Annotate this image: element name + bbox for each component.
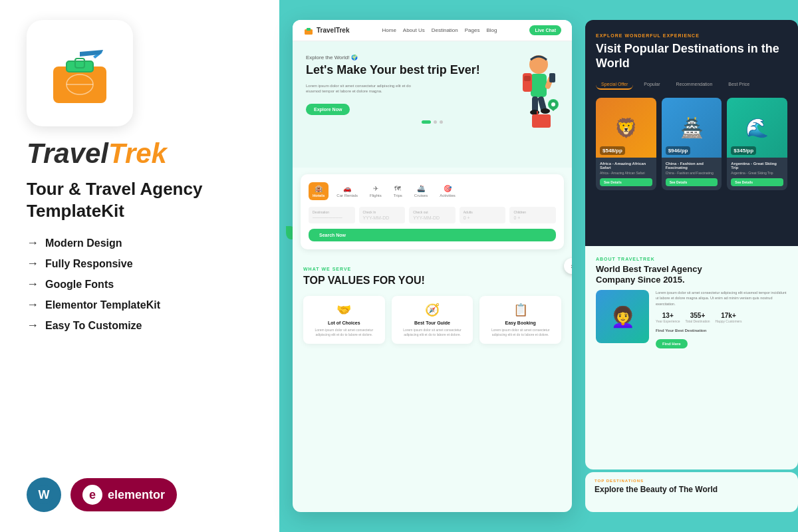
svg-rect-8	[307, 28, 311, 31]
value-title-2: Best Tour Guide	[397, 321, 468, 325]
dest-tab-popular[interactable]: Popular	[638, 80, 665, 90]
nav-pages[interactable]: Pages	[465, 27, 480, 33]
arrow-icon-4: →	[27, 298, 39, 312]
feature-item-2: → Fully Responsive	[27, 257, 253, 271]
about-find-button[interactable]: Find Here	[656, 339, 688, 348]
dest-card-name-1: Africa - Amazing African Safari	[600, 162, 652, 170]
dest-card-img-2: 🏯 $946/pp	[662, 98, 722, 158]
tab-flights[interactable]: ✈ Flights	[366, 182, 386, 200]
tab-trips[interactable]: 🗺 Trips	[390, 182, 406, 200]
site-hero: Explore the World! 🌍 Let's Make Your bes…	[293, 41, 572, 168]
about-subtitle: ABOUT TRAVELTREK	[596, 257, 787, 261]
dest-tab-recommendation[interactable]: Recommendation	[670, 80, 718, 90]
search-button[interactable]: Search Now	[309, 229, 556, 241]
site-navbar: TravelTrek Home About Us Destination Pag…	[293, 20, 572, 41]
value-title-3: Easy Booking	[485, 321, 556, 325]
nav-destination[interactable]: Destination	[432, 27, 458, 33]
nav-cta-button[interactable]: Live Chat	[529, 25, 561, 35]
svg-rect-1	[66, 61, 93, 72]
explore-subtitle: TOP DESTINATIONS	[595, 479, 789, 483]
value-card-1: 🤝 Lot of Choices Lorem ipsum dolor sit a…	[303, 296, 385, 344]
values-section: WHAT WE SERVE TOP VALUES FOR YOU! 🤝 Lot …	[293, 256, 572, 354]
field-checkout[interactable]: Check out YYY-MM-DD	[409, 207, 456, 223]
svg-rect-18	[549, 73, 555, 82]
about-find-dest: Find Your Best Destination	[656, 329, 787, 332]
svg-text:W: W	[39, 488, 50, 501]
field-children[interactable]: Children 0 +	[509, 207, 556, 223]
dest-card-2: 🏯 $946/pp China - Fashion and Fascinatin…	[662, 98, 722, 190]
dest-price-3: $345/pp	[731, 146, 756, 155]
destinations-dark-section: EXPLORE WONDERFUL EXPERIENCE Visit Popul…	[585, 20, 798, 246]
field-checkin[interactable]: Check In YYY-MM-DD	[359, 207, 406, 223]
field-adults[interactable]: Adults 0 +	[460, 207, 506, 223]
stat-destinations: 355+ Total Destination	[686, 312, 710, 323]
tagline: Tour & Travel Agency TemplateKit	[27, 178, 253, 221]
dest-tab-special[interactable]: Special Offer	[596, 80, 633, 90]
svg-rect-12	[524, 76, 531, 81]
svg-rect-19	[532, 114, 551, 128]
value-desc-3: Lorem ipsum dolor sit amet consectetur a…	[485, 328, 556, 337]
dest-card-name-2: China - Fashion and Fascinating	[666, 162, 718, 170]
dest-card-btn-2[interactable]: See Details	[666, 178, 718, 186]
tab-cruises[interactable]: 🚢 Cruises	[410, 182, 432, 200]
dest-card-3: 🌊 $345/pp Argentina - Great Skiing Trip …	[727, 98, 787, 190]
dest-card-btn-3[interactable]: See Details	[731, 178, 783, 186]
brand-name: TravelTrek	[27, 140, 253, 168]
dest-card-info-1: Africa - Amazing African Safari Africa -…	[596, 158, 656, 190]
nav-blog[interactable]: Blog	[486, 27, 497, 33]
stat-cust-label: Happy Customers	[715, 319, 741, 323]
dest-card-name-3: Argentina - Great Skiing Trip	[731, 162, 783, 170]
values-subtitle: WHAT WE SERVE	[303, 267, 561, 271]
value-title-1: Lot of Choices	[309, 321, 380, 325]
dest-emoji-3: 🌊	[745, 117, 769, 139]
arrow-icon-5: →	[27, 319, 39, 332]
site-nav-links: Home About Us Destination Pages Blog	[382, 27, 497, 33]
search-tabs: 🏨 Hotels 🚗 Car Rentals ✈ Flights 🗺 Trips…	[309, 182, 556, 200]
site-logo-small: TravelTrek	[303, 26, 349, 35]
dest-card-sub-1: Africa - Amazing African Safari	[600, 171, 652, 175]
dest-card-1: 🦁 $548/pp Africa - Amazing African Safar…	[596, 98, 656, 190]
about-image: 👩‍🦱	[596, 290, 649, 343]
nav-about[interactable]: About Us	[403, 27, 425, 33]
explore-title: Explore the Beauty of The World	[595, 485, 789, 494]
feature-item-5: → Easy To Customize	[27, 319, 253, 332]
feature-item-1: → Modern Design	[27, 236, 253, 250]
dest-card-info-3: Argentina - Great Skiing Trip Argentina …	[727, 158, 787, 190]
about-right: Lorem ipsum dolor sit amet consectetur a…	[656, 290, 787, 348]
tab-activities[interactable]: 🎯 Activities	[436, 182, 460, 200]
hero-explore-button[interactable]: Explore Now	[306, 104, 350, 115]
center-panel: TravelTrek Home About Us Destination Pag…	[293, 20, 572, 512]
value-icon-1: 🤝	[309, 303, 380, 317]
value-card-3: 📋 Easy Booking Lorem ipsum dolor sit ame…	[479, 296, 561, 344]
dest-title: Visit Popular Destinations in the World	[596, 42, 787, 70]
logo-box	[27, 20, 133, 126]
arrow-icon-2: →	[27, 257, 39, 271]
svg-rect-10	[531, 74, 547, 97]
nav-home[interactable]: Home	[382, 27, 396, 33]
stat-customers: 17k+ Happy Customers	[715, 312, 741, 323]
values-title: TOP VALUES FOR YOU!	[303, 274, 561, 287]
tab-hotels[interactable]: 🏨 Hotels	[309, 182, 329, 200]
svg-point-22	[551, 102, 555, 106]
brand-travel: Travel	[27, 138, 108, 169]
field-destination[interactable]: Destination ─────────	[309, 207, 355, 223]
dest-tab-best-price[interactable]: Best Price	[723, 80, 755, 90]
dest-card-btn-1[interactable]: See Details	[600, 178, 652, 186]
elementor-badge: e elementor	[70, 478, 177, 511]
stat-dest-num: 355+	[686, 312, 710, 319]
dest-price-2: $946/pp	[666, 146, 691, 155]
dest-card-img-1: 🦁 $548/pp	[596, 98, 656, 158]
dest-tabs: Special Offer Popular Recommendation Bes…	[596, 80, 787, 90]
values-cards: 🤝 Lot of Choices Lorem ipsum dolor sit a…	[303, 296, 561, 344]
dest-emoji-1: 🦁	[614, 117, 638, 139]
arrow-icon-3: →	[27, 277, 39, 291]
tab-car-rentals[interactable]: 🚗 Car Rentals	[332, 182, 362, 200]
value-icon-2: 🧭	[397, 303, 468, 317]
stat-exp-num: 13+	[656, 312, 680, 319]
about-section: ABOUT TRAVELTREK World Best Travel Agenc…	[585, 246, 798, 469]
about-desc: Lorem ipsum dolor sit amet consectetur a…	[656, 290, 787, 307]
value-icon-3: 📋	[485, 303, 556, 317]
value-desc-2: Lorem ipsum dolor sit amet consectetur a…	[397, 328, 468, 337]
dest-card-img-3: 🌊 $345/pp	[727, 98, 787, 158]
value-card-2: 🧭 Best Tour Guide Lorem ipsum dolor sit …	[392, 296, 473, 344]
